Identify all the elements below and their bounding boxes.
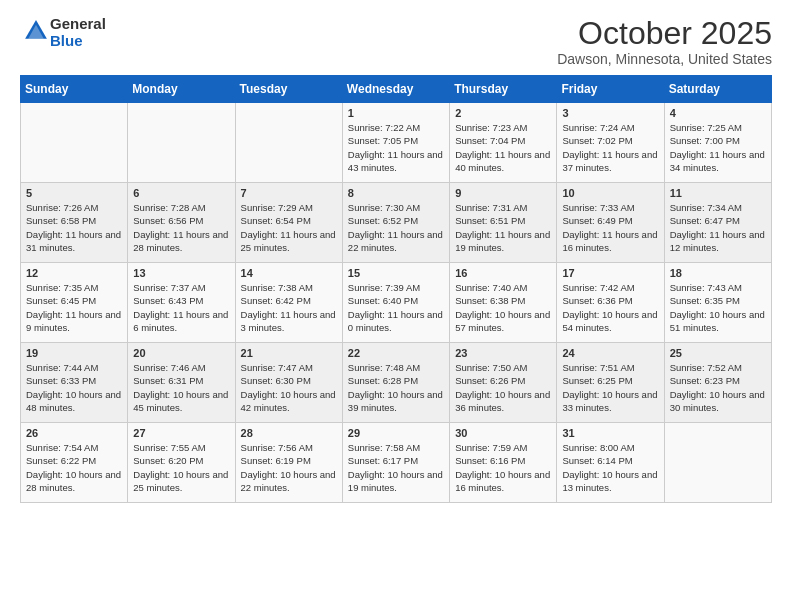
calendar-cell: 11Sunrise: 7:34 AMSunset: 6:47 PMDayligh…: [664, 183, 771, 263]
day-info: Sunrise: 8:00 AMSunset: 6:14 PMDaylight:…: [562, 441, 658, 494]
day-number: 17: [562, 267, 658, 279]
calendar-cell: [664, 423, 771, 503]
calendar-cell: 4Sunrise: 7:25 AMSunset: 7:00 PMDaylight…: [664, 103, 771, 183]
day-info: Sunrise: 7:56 AMSunset: 6:19 PMDaylight:…: [241, 441, 337, 494]
calendar-cell: 27Sunrise: 7:55 AMSunset: 6:20 PMDayligh…: [128, 423, 235, 503]
day-number: 7: [241, 187, 337, 199]
calendar-cell: [21, 103, 128, 183]
day-info: Sunrise: 7:40 AMSunset: 6:38 PMDaylight:…: [455, 281, 551, 334]
header-row: Sunday Monday Tuesday Wednesday Thursday…: [21, 76, 772, 103]
calendar-week-3: 12Sunrise: 7:35 AMSunset: 6:45 PMDayligh…: [21, 263, 772, 343]
calendar-cell: 29Sunrise: 7:58 AMSunset: 6:17 PMDayligh…: [342, 423, 449, 503]
calendar-cell: 20Sunrise: 7:46 AMSunset: 6:31 PMDayligh…: [128, 343, 235, 423]
day-info: Sunrise: 7:44 AMSunset: 6:33 PMDaylight:…: [26, 361, 122, 414]
day-info: Sunrise: 7:58 AMSunset: 6:17 PMDaylight:…: [348, 441, 444, 494]
day-number: 16: [455, 267, 551, 279]
logo-blue: Blue: [50, 32, 83, 49]
day-number: 25: [670, 347, 766, 359]
day-number: 15: [348, 267, 444, 279]
day-info: Sunrise: 7:50 AMSunset: 6:26 PMDaylight:…: [455, 361, 551, 414]
logo: General Blue: [20, 16, 106, 49]
calendar-cell: 17Sunrise: 7:42 AMSunset: 6:36 PMDayligh…: [557, 263, 664, 343]
day-number: 21: [241, 347, 337, 359]
col-thursday: Thursday: [450, 76, 557, 103]
day-number: 27: [133, 427, 229, 439]
day-info: Sunrise: 7:25 AMSunset: 7:00 PMDaylight:…: [670, 121, 766, 174]
day-number: 31: [562, 427, 658, 439]
calendar-cell: 31Sunrise: 8:00 AMSunset: 6:14 PMDayligh…: [557, 423, 664, 503]
col-wednesday: Wednesday: [342, 76, 449, 103]
calendar-week-5: 26Sunrise: 7:54 AMSunset: 6:22 PMDayligh…: [21, 423, 772, 503]
day-number: 29: [348, 427, 444, 439]
col-friday: Friday: [557, 76, 664, 103]
calendar-cell: 26Sunrise: 7:54 AMSunset: 6:22 PMDayligh…: [21, 423, 128, 503]
day-info: Sunrise: 7:33 AMSunset: 6:49 PMDaylight:…: [562, 201, 658, 254]
day-number: 6: [133, 187, 229, 199]
day-info: Sunrise: 7:22 AMSunset: 7:05 PMDaylight:…: [348, 121, 444, 174]
calendar-cell: 7Sunrise: 7:29 AMSunset: 6:54 PMDaylight…: [235, 183, 342, 263]
day-number: 2: [455, 107, 551, 119]
day-info: Sunrise: 7:42 AMSunset: 6:36 PMDaylight:…: [562, 281, 658, 334]
day-info: Sunrise: 7:29 AMSunset: 6:54 PMDaylight:…: [241, 201, 337, 254]
col-sunday: Sunday: [21, 76, 128, 103]
calendar-cell: 6Sunrise: 7:28 AMSunset: 6:56 PMDaylight…: [128, 183, 235, 263]
day-number: 19: [26, 347, 122, 359]
day-number: 30: [455, 427, 551, 439]
calendar-cell: [128, 103, 235, 183]
col-monday: Monday: [128, 76, 235, 103]
calendar-cell: 24Sunrise: 7:51 AMSunset: 6:25 PMDayligh…: [557, 343, 664, 423]
header: General Blue October 2025 Dawson, Minnes…: [20, 16, 772, 67]
day-info: Sunrise: 7:59 AMSunset: 6:16 PMDaylight:…: [455, 441, 551, 494]
calendar-cell: 10Sunrise: 7:33 AMSunset: 6:49 PMDayligh…: [557, 183, 664, 263]
calendar-cell: 2Sunrise: 7:23 AMSunset: 7:04 PMDaylight…: [450, 103, 557, 183]
day-number: 11: [670, 187, 766, 199]
day-number: 22: [348, 347, 444, 359]
day-info: Sunrise: 7:28 AMSunset: 6:56 PMDaylight:…: [133, 201, 229, 254]
day-info: Sunrise: 7:34 AMSunset: 6:47 PMDaylight:…: [670, 201, 766, 254]
day-info: Sunrise: 7:37 AMSunset: 6:43 PMDaylight:…: [133, 281, 229, 334]
day-number: 20: [133, 347, 229, 359]
calendar-cell: 9Sunrise: 7:31 AMSunset: 6:51 PMDaylight…: [450, 183, 557, 263]
title-block: October 2025 Dawson, Minnesota, United S…: [557, 16, 772, 67]
day-number: 12: [26, 267, 122, 279]
day-info: Sunrise: 7:31 AMSunset: 6:51 PMDaylight:…: [455, 201, 551, 254]
calendar-cell: 30Sunrise: 7:59 AMSunset: 6:16 PMDayligh…: [450, 423, 557, 503]
day-number: 1: [348, 107, 444, 119]
calendar-cell: 3Sunrise: 7:24 AMSunset: 7:02 PMDaylight…: [557, 103, 664, 183]
calendar-week-2: 5Sunrise: 7:26 AMSunset: 6:58 PMDaylight…: [21, 183, 772, 263]
day-info: Sunrise: 7:48 AMSunset: 6:28 PMDaylight:…: [348, 361, 444, 414]
day-number: 4: [670, 107, 766, 119]
day-info: Sunrise: 7:55 AMSunset: 6:20 PMDaylight:…: [133, 441, 229, 494]
day-info: Sunrise: 7:23 AMSunset: 7:04 PMDaylight:…: [455, 121, 551, 174]
calendar-cell: 25Sunrise: 7:52 AMSunset: 6:23 PMDayligh…: [664, 343, 771, 423]
calendar-cell: 8Sunrise: 7:30 AMSunset: 6:52 PMDaylight…: [342, 183, 449, 263]
day-number: 3: [562, 107, 658, 119]
day-info: Sunrise: 7:35 AMSunset: 6:45 PMDaylight:…: [26, 281, 122, 334]
logo-text: General Blue: [50, 16, 106, 49]
day-info: Sunrise: 7:47 AMSunset: 6:30 PMDaylight:…: [241, 361, 337, 414]
day-info: Sunrise: 7:54 AMSunset: 6:22 PMDaylight:…: [26, 441, 122, 494]
day-info: Sunrise: 7:26 AMSunset: 6:58 PMDaylight:…: [26, 201, 122, 254]
day-number: 8: [348, 187, 444, 199]
calendar-cell: 5Sunrise: 7:26 AMSunset: 6:58 PMDaylight…: [21, 183, 128, 263]
day-number: 13: [133, 267, 229, 279]
page: General Blue October 2025 Dawson, Minnes…: [0, 0, 792, 519]
calendar-cell: 22Sunrise: 7:48 AMSunset: 6:28 PMDayligh…: [342, 343, 449, 423]
day-number: 24: [562, 347, 658, 359]
calendar-cell: 21Sunrise: 7:47 AMSunset: 6:30 PMDayligh…: [235, 343, 342, 423]
day-info: Sunrise: 7:46 AMSunset: 6:31 PMDaylight:…: [133, 361, 229, 414]
day-info: Sunrise: 7:24 AMSunset: 7:02 PMDaylight:…: [562, 121, 658, 174]
calendar-cell: 13Sunrise: 7:37 AMSunset: 6:43 PMDayligh…: [128, 263, 235, 343]
calendar-week-1: 1Sunrise: 7:22 AMSunset: 7:05 PMDaylight…: [21, 103, 772, 183]
calendar-cell: 28Sunrise: 7:56 AMSunset: 6:19 PMDayligh…: [235, 423, 342, 503]
day-number: 14: [241, 267, 337, 279]
day-number: 5: [26, 187, 122, 199]
calendar-cell: 16Sunrise: 7:40 AMSunset: 6:38 PMDayligh…: [450, 263, 557, 343]
calendar-cell: 18Sunrise: 7:43 AMSunset: 6:35 PMDayligh…: [664, 263, 771, 343]
col-tuesday: Tuesday: [235, 76, 342, 103]
day-info: Sunrise: 7:52 AMSunset: 6:23 PMDaylight:…: [670, 361, 766, 414]
calendar-title: October 2025: [557, 16, 772, 51]
calendar-cell: 12Sunrise: 7:35 AMSunset: 6:45 PMDayligh…: [21, 263, 128, 343]
logo-icon: [22, 17, 50, 45]
day-number: 26: [26, 427, 122, 439]
